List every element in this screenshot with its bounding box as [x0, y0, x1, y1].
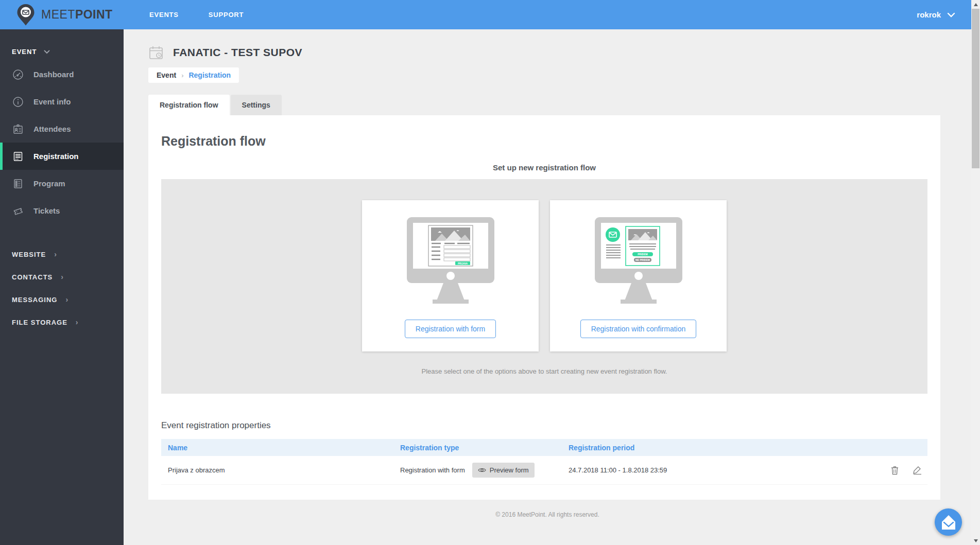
open-envelope-icon: [941, 515, 956, 530]
properties-title: Event registration properties: [148, 394, 940, 431]
tab-settings[interactable]: Settings: [231, 95, 282, 115]
sidebar-section-contacts[interactable]: CONTACTS›: [0, 266, 124, 288]
sidebar-item-tickets[interactable]: Tickets: [0, 197, 124, 224]
sidebar-item-label: Tickets: [33, 206, 60, 215]
table-row: Prijava z obrazcem Registration with for…: [161, 456, 927, 485]
illustration-accept-label: PRIDEM: [638, 253, 647, 256]
row-name: Prijava z obrazcem: [161, 466, 400, 474]
sidebar-group-label: EVENT: [12, 48, 37, 56]
table-header-row: Name Registration type Registration peri…: [161, 439, 927, 456]
tab-bar: Registration flow Settings: [148, 95, 971, 115]
registration-form-icon: [12, 150, 24, 163]
dashboard-gauge-icon: [12, 68, 24, 81]
sidebar-section-messaging[interactable]: MESSAGING›: [0, 288, 124, 311]
registration-with-confirmation-button[interactable]: Registration with confirmation: [580, 320, 697, 338]
edit-pencil-icon: [913, 465, 922, 475]
column-header-type[interactable]: Registration type: [400, 444, 569, 452]
sidebar-item-event-info[interactable]: Event info: [0, 88, 124, 115]
preview-form-button[interactable]: Preview form: [472, 463, 535, 478]
confirmation-monitor-illustration: PRIDEM NE PRIDEM: [584, 200, 693, 320]
setup-flow-title: Set up new registration flow: [148, 163, 940, 172]
sidebar-item-label: Registration: [33, 152, 79, 161]
panel-heading: Registration flow: [148, 115, 940, 149]
scrollbar-down-arrow[interactable]: [971, 536, 980, 545]
sidebar-section-file-storage[interactable]: FILE STORAGE›: [0, 311, 124, 333]
sidebar-item-registration[interactable]: Registration: [0, 143, 124, 170]
sidebar-item-label: Event info: [33, 97, 71, 106]
ticket-icon: [12, 205, 24, 217]
sidebar-section-label: CONTACTS: [12, 273, 53, 281]
sidebar-item-label: Dashboard: [33, 70, 74, 79]
trash-icon: [890, 465, 899, 475]
scrollbar-thumb[interactable]: [972, 9, 979, 168]
sidebar-item-label: Program: [33, 179, 65, 188]
sidebar-item-label: Attendees: [33, 125, 71, 133]
program-list-icon: [12, 178, 24, 190]
illustration-decline-label: NE PRIDEM: [635, 258, 650, 261]
chevron-right-icon: ›: [61, 273, 64, 281]
column-header-name[interactable]: Name: [161, 444, 400, 452]
meetpoint-pin-icon: [15, 3, 36, 27]
chat-widget-button[interactable]: [935, 508, 962, 536]
row-registration-period: 24.7.2018 11:00 - 1.8.2018 23:59: [569, 466, 889, 474]
illustration-submit-label: PRIJAVA: [457, 262, 468, 265]
sidebar-item-attendees[interactable]: Attendees: [0, 115, 124, 143]
top-header: MEETPOINT EVENTS SUPPORT rokrok: [0, 0, 980, 29]
column-header-period[interactable]: Registration period: [569, 444, 927, 452]
properties-table: Name Registration type Registration peri…: [161, 439, 927, 485]
option-card-form: PRIJAVA Registration with form: [362, 200, 539, 351]
breadcrumb: Event › Registration: [148, 67, 239, 83]
options-hint-text: Please select one of the options above t…: [161, 367, 927, 375]
nav-events[interactable]: EVENTS: [149, 11, 179, 19]
event-calendar-icon: [148, 45, 164, 60]
sidebar-section-label: FILE STORAGE: [12, 319, 67, 326]
sidebar-section-website[interactable]: WEBSITE›: [0, 243, 124, 266]
chevron-right-icon: ›: [65, 295, 68, 304]
nav-support[interactable]: SUPPORT: [209, 11, 244, 19]
form-monitor-illustration: PRIJAVA: [397, 200, 505, 320]
sidebar-item-program[interactable]: Program: [0, 170, 124, 197]
registration-with-form-button[interactable]: Registration with form: [405, 320, 496, 338]
delete-row-button[interactable]: [889, 464, 900, 476]
registration-flow-panel: Registration flow Set up new registratio…: [148, 115, 940, 500]
scrollbar-up-arrow[interactable]: [971, 0, 980, 9]
chevron-right-icon: ›: [76, 318, 79, 326]
main-content: FANATIC - TEST SUPOV Event › Registratio…: [124, 29, 971, 545]
attendee-badge-icon: [12, 123, 24, 135]
chevron-right-icon: ›: [54, 250, 57, 258]
user-name: rokrok: [917, 10, 941, 19]
breadcrumb-event[interactable]: Event: [157, 71, 176, 79]
sidebar-section-label: WEBSITE: [12, 251, 46, 258]
user-menu[interactable]: rokrok: [917, 10, 955, 19]
sidebar: EVENT Dashboard Event info Attendees: [0, 29, 124, 545]
sidebar-group-event[interactable]: EVENT: [0, 29, 124, 61]
top-navigation: EVENTS SUPPORT: [149, 11, 244, 19]
page-title: FANATIC - TEST SUPOV: [173, 46, 302, 59]
tab-registration-flow[interactable]: Registration flow: [148, 95, 230, 115]
brand-logo[interactable]: MEETPOINT: [0, 3, 124, 27]
flow-options-zone: PRIJAVA Registration with form: [161, 179, 927, 394]
preview-form-label: Preview form: [490, 466, 529, 474]
breadcrumb-registration: Registration: [188, 71, 231, 79]
eye-icon: [478, 467, 486, 473]
option-card-confirmation: PRIDEM NE PRIDEM Registration with confi…: [550, 200, 727, 351]
copyright-footer: © 2016 MeetPoint. All rights reserved.: [124, 511, 971, 518]
brand-text: MEETPOINT: [41, 8, 113, 22]
info-circle-icon: [12, 96, 24, 108]
sidebar-item-dashboard[interactable]: Dashboard: [0, 61, 124, 88]
row-registration-type: Registration with form: [400, 466, 465, 474]
edit-row-button[interactable]: [912, 464, 923, 476]
chevron-down-icon: [44, 50, 50, 54]
breadcrumb-separator: ›: [181, 72, 183, 79]
chevron-down-icon: [947, 12, 955, 17]
page-scrollbar[interactable]: [971, 0, 980, 545]
sidebar-section-label: MESSAGING: [12, 296, 57, 304]
